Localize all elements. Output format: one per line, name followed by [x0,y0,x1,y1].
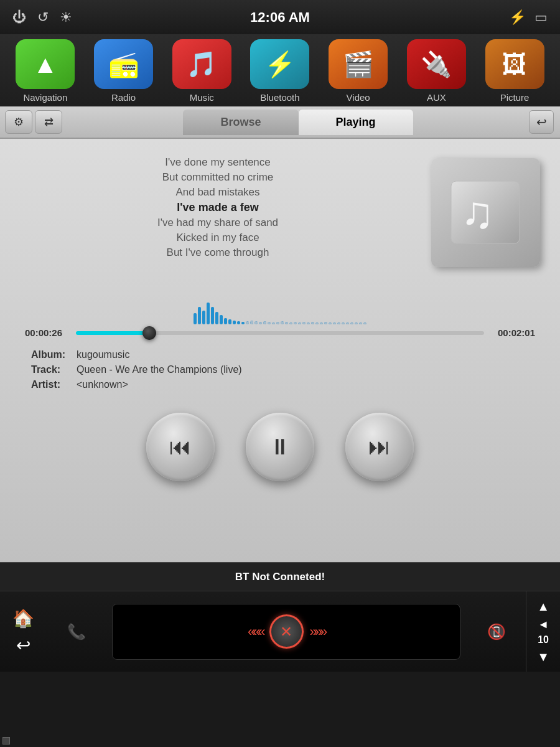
usb-icon: ⚡ [509,9,526,26]
wave-bar [202,311,205,324]
album-value: kugoumusic [77,349,129,360]
volume-control: ▲ ◄ 10 ▼ [526,591,560,672]
nav-btn-music[interactable]: 🎵 [172,39,231,89]
nav-item-picture[interactable]: 🖼 Picture [485,39,544,103]
wave-bar [211,307,214,324]
refresh-icon[interactable]: ↺ [37,9,49,26]
back-button[interactable]: ↩ [529,110,554,134]
wave-bar [233,321,236,324]
nav-btn-navigation[interactable]: ▲ [16,39,75,89]
album-art-box: ♫ [431,158,540,267]
album-row: Album: kugoumusic [31,349,529,360]
nav-item-music[interactable]: 🎵 Music [172,39,231,103]
nav-btn-radio[interactable]: 📻 [94,39,153,89]
total-time: 00:02:01 [492,327,535,338]
home-icon[interactable]: 🏠 [12,608,34,629]
wave-bar [198,307,201,324]
artist-row: Artist: <unknown> [31,379,529,390]
nav-item-video[interactable]: 🎬 Video [329,39,388,103]
bottom-nav: 🏠 ↩ 📞 ««« ✕ »»» 📵 ▲ ◄ 10 ▼ [0,591,560,672]
call-end-button[interactable]: 📵 [479,619,513,644]
window-icon[interactable]: ▭ [534,9,548,26]
equalizer-button[interactable]: ⚙ [5,110,32,134]
nav-icon-navigation: ▲ [33,50,58,78]
phone-end-button[interactable]: ✕ [269,614,304,649]
shuffle-button[interactable]: ⇄ [35,110,62,134]
player-area: ⚙ ⇄ Browse Playing ↩ I've done my senten… [0,106,560,562]
pause-button[interactable]: ⏸ [246,413,314,481]
wave-bar [241,322,245,324]
prev-button[interactable]: ⏮ [146,413,215,481]
browse-tab[interactable]: Browse [183,110,298,135]
wave-bar [302,322,306,324]
nav-icon-video: 🎬 [343,50,374,79]
wave-bar [259,322,262,324]
nav-btn-bluetooth[interactable]: ⚡ [250,39,309,89]
svg-text:♫: ♫ [460,187,494,237]
bt-status-text: BT Not Conneted! [235,571,325,583]
wave-bar [315,322,319,324]
lyric-line: I've done my sentence [165,156,271,169]
phone-arrows-left: ««« [241,624,269,640]
nav-item-radio[interactable]: 📻 Radio [94,39,153,103]
back-nav-icon[interactable]: ↩ [16,635,30,655]
wave-bar [337,322,340,324]
nav-btn-aux[interactable]: 🔌 [407,39,466,89]
progress-thumb[interactable] [142,326,156,340]
current-time: 00:00:26 [25,327,68,338]
tabs-group: Browse Playing [67,110,529,135]
nav-btn-picture[interactable]: 🖼 [485,39,544,89]
wave-bar [311,322,314,324]
nav-item-bluetooth[interactable]: ⚡ Bluetooth [250,39,309,103]
nav-btn-video[interactable]: 🎬 [329,39,388,89]
wave-bar [350,322,353,324]
tabs-bar: ⚙ ⇄ Browse Playing ↩ [0,106,560,139]
playing-tab[interactable]: Playing [299,110,413,135]
lyric-line: And bad mistakes [175,186,259,199]
lyric-line: But committed no crime [162,171,274,184]
album-art: ♫ [423,150,548,275]
volume-up-button[interactable]: ▲ [536,598,551,615]
progress-row: 00:00:26 00:02:01 [12,327,548,338]
nav-label-bluetooth: Bluetooth [260,92,299,103]
bottom-call-btns: 📞 [47,619,106,644]
lyric-line: Kicked in my face [176,232,259,244]
volume-down-button[interactable]: ▼ [536,649,551,665]
track-row: Track: Queen - We Are the Champions (liv… [31,364,529,375]
wave-bar [281,321,284,324]
nav-item-aux[interactable]: 🔌 AUX [407,39,466,103]
wave-bar [298,322,301,324]
wave-bar [329,322,332,324]
wave-bars [194,287,366,324]
nav-icon-radio: 📻 [108,50,139,79]
nav-icon-bluetooth: ⚡ [264,50,296,79]
nav-item-navigation[interactable]: ▲ Navigation [16,39,75,103]
top-left-icons: ⏻ ↺ ☀ [12,9,72,26]
controls-row: ⏮ ⏸ ⏭ [12,406,548,494]
phone-arrows-right: »»» [304,624,332,640]
lyric-line: But I've come through [167,247,269,259]
nav-label-navigation: Navigation [23,92,67,103]
volume-icon: ◄ [538,618,549,631]
album-label: Album: [31,349,72,360]
wave-bar [250,321,253,324]
call-accept-button[interactable]: 📞 [59,619,93,644]
progress-track[interactable] [76,331,484,335]
wave-bar [220,315,223,324]
wave-bar [276,322,279,324]
top-right-icons: ⚡ ▭ [509,9,548,26]
power-icon[interactable]: ⏻ [12,9,26,26]
wave-bar [194,313,197,324]
next-button[interactable]: ⏭ [345,413,414,481]
wave-bar [324,322,327,324]
nav-icon-aux: 🔌 [421,50,452,79]
nav-icon-music: 🎵 [186,50,217,79]
wave-bar [254,321,258,324]
bottom-call-red-btns: 📵 [467,619,526,644]
top-bar: ⏻ ↺ ☀ 12:06 AM ⚡ ▭ [0,0,560,34]
nav-icon-picture: 🖼 [502,50,527,78]
brightness-icon[interactable]: ☀ [60,9,72,26]
track-info: Album: kugoumusic Track: Queen - We Are … [12,349,548,394]
corner-indicator [2,737,10,745]
bottom-status: BT Not Conneted! [0,562,560,591]
